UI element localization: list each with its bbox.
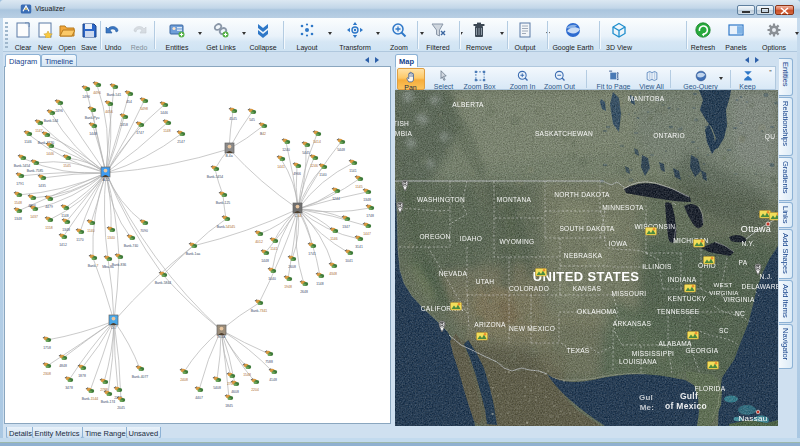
svg-text:1446: 1446	[160, 111, 168, 115]
svg-text:1448: 1448	[261, 259, 269, 263]
svg-text:ITISH: ITISH	[395, 120, 409, 127]
svg-text:WASHINGTON: WASHINGTON	[416, 196, 464, 203]
svg-text:1340: 1340	[107, 236, 115, 240]
svg-text:1148: 1148	[163, 129, 170, 133]
svg-text:OREGON: OREGON	[419, 233, 450, 240]
svg-text:1545: 1545	[63, 164, 71, 168]
svg-text:4966: 4966	[293, 172, 301, 176]
svg-text:MINNESOTA: MINNESOTA	[602, 204, 644, 211]
svg-text:2147: 2147	[177, 140, 185, 144]
svg-text:SASKATCHEWAN: SASKATCHEWAN	[534, 130, 592, 137]
svg-text:4848: 4848	[59, 364, 67, 368]
svg-text:1244: 1244	[332, 197, 340, 201]
svg-text:NC: NC	[734, 310, 744, 317]
svg-text:2308: 2308	[43, 372, 51, 376]
svg-text:1147: 1147	[35, 129, 42, 133]
svg-text:IOWA: IOWA	[608, 240, 627, 247]
svg-text:Bank-740: Bank-740	[124, 244, 139, 248]
svg-text:Bank-5844: Bank-5844	[155, 281, 172, 285]
svg-text:N.Y.: N.Y.	[741, 240, 754, 247]
svg-text:VIRGINIA: VIRGINIA	[723, 296, 755, 303]
svg-text:N.J.: N.J.	[759, 273, 772, 280]
svg-text:MISSOURI: MISSOURI	[611, 290, 646, 297]
svg-text:Bank-836: Bank-836	[112, 263, 127, 267]
svg-text:5498: 5498	[140, 107, 148, 111]
svg-text:2648: 2648	[300, 290, 308, 294]
svg-text:2458: 2458	[120, 123, 128, 127]
svg-text:1437: 1437	[30, 215, 38, 219]
svg-text:Me:: Me:	[639, 403, 654, 412]
svg-text:4148: 4148	[269, 378, 277, 382]
svg-text:SOUTH DAKOTA: SOUTH DAKOTA	[559, 225, 614, 232]
svg-text:Bank-544: Bank-544	[44, 119, 59, 123]
svg-text:NEBRASKA: NEBRASKA	[563, 252, 602, 259]
svg-text:Nassau: Nassau	[738, 414, 767, 423]
svg-text:1948: 1948	[284, 285, 292, 289]
svg-text:LOUISIANA: LOUISIANA	[619, 358, 657, 365]
svg-text:NEVADA: NEVADA	[438, 270, 467, 277]
svg-text:4012: 4012	[255, 240, 263, 244]
svg-text:ARKANSAS: ARKANSAS	[612, 320, 651, 327]
svg-text:Bank-174: Bank-174	[101, 400, 116, 404]
svg-text:WYOMING: WYOMING	[499, 238, 534, 245]
svg-text:1758: 1758	[43, 346, 51, 350]
svg-text:TENNESSEE: TENNESSEE	[656, 308, 699, 315]
svg-text:1240: 1240	[282, 148, 290, 152]
svg-text:MISSISSIPPI: MISSISSIPPI	[631, 350, 674, 357]
svg-text:1435: 1435	[38, 184, 46, 188]
svg-text:Bank-1544: Bank-1544	[82, 397, 99, 401]
svg-text:1878: 1878	[78, 374, 86, 378]
svg-text:1040: 1040	[268, 277, 276, 281]
svg-text:TEXAS: TEXAS	[566, 347, 589, 354]
svg-text:1548: 1548	[243, 373, 251, 377]
svg-text:ALBERTA: ALBERTA	[452, 101, 484, 108]
svg-text:1548: 1548	[14, 201, 22, 205]
svg-text:1347: 1347	[342, 225, 350, 229]
svg-text:1170: 1170	[76, 238, 83, 242]
svg-text:1141: 1141	[349, 169, 356, 173]
svg-text:MONTANA: MONTANA	[496, 196, 531, 203]
svg-text:COLORADO: COLORADO	[508, 285, 548, 292]
svg-text:Bank-4077: Bank-4077	[132, 375, 149, 379]
svg-text:NORTH DAKOTA: NORTH DAKOTA	[554, 191, 610, 198]
svg-text:7090: 7090	[140, 229, 148, 233]
svg-text:5445: 5445	[302, 151, 310, 155]
svg-text:4456: 4456	[105, 110, 113, 114]
svg-text:1496: 1496	[82, 95, 90, 99]
svg-text:1348: 1348	[62, 228, 70, 232]
svg-text:4608: 4608	[231, 390, 239, 394]
svg-text:3141: 3141	[355, 245, 363, 249]
svg-text:5414: 5414	[313, 140, 321, 144]
svg-text:1041: 1041	[345, 259, 353, 263]
svg-text:QU: QU	[764, 133, 775, 141]
svg-text:KENTUCKY: KENTUCKY	[667, 295, 706, 302]
svg-text:ARIZONA: ARIZONA	[474, 321, 506, 328]
svg-text:Bank-54545: Bank-54545	[217, 225, 235, 229]
svg-text:2496: 2496	[55, 109, 63, 113]
svg-text:1158: 1158	[45, 226, 52, 230]
svg-text:Gul: Gul	[638, 393, 652, 402]
svg-text:MANITOBA: MANITOBA	[627, 95, 664, 102]
svg-text:VIRGINIA: VIRGINIA	[709, 289, 739, 296]
svg-text:1140: 1140	[319, 173, 326, 177]
svg-text:GEORGIA: GEORGIA	[685, 347, 718, 354]
svg-text:Ottawa: Ottawa	[740, 224, 770, 234]
svg-text:Bank-5454: Bank-5454	[207, 175, 224, 179]
svg-text:INDIANA: INDIANA	[667, 276, 696, 283]
svg-text:4479: 4479	[45, 205, 53, 209]
svg-text:1791: 1791	[16, 182, 24, 186]
svg-text:PA: PA	[738, 259, 747, 266]
svg-text:4348: 4348	[329, 272, 337, 276]
svg-text:Bank-541: Bank-541	[107, 93, 122, 97]
svg-text:D-7: D-7	[111, 326, 117, 330]
svg-text:UNITED STATES: UNITED STATES	[532, 269, 639, 284]
svg-text:1441: 1441	[277, 165, 285, 169]
svg-text:ILLINOIS: ILLINOIS	[642, 263, 672, 270]
svg-text:C-44: C-44	[294, 214, 301, 218]
svg-text:B-4a: B-4a	[225, 154, 232, 158]
svg-text:545: 545	[249, 118, 255, 122]
svg-text:IDAHO: IDAHO	[459, 235, 481, 242]
svg-text:1146: 1146	[330, 237, 337, 241]
svg-text:ALABAMA: ALABAMA	[658, 340, 692, 347]
svg-text:1148: 1148	[316, 282, 323, 286]
